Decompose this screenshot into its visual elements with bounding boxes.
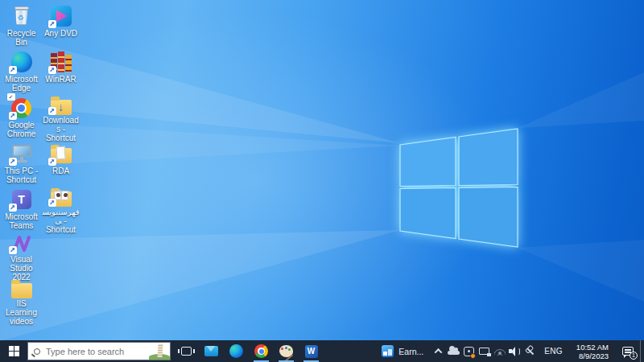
- word-icon: W: [305, 345, 318, 358]
- icon-label: Visual Studio 2022: [2, 255, 41, 282]
- edge-button[interactable]: [224, 340, 249, 362]
- show-desktop-button[interactable]: [640, 340, 644, 362]
- hidden-icons-button[interactable]: [431, 340, 446, 362]
- action-center-button[interactable]: 1: [616, 340, 640, 362]
- desktop-icon-recycle-bin[interactable]: ♻ Recycle Bin: [2, 4, 41, 50]
- shortcut-arrow-icon: ➚: [48, 20, 56, 28]
- language-indicator[interactable]: ENG: [538, 347, 569, 356]
- desktop-icon-iis-learning-videos[interactable]: IIS Learning videos: [2, 279, 41, 325]
- usb-tray-button[interactable]: [522, 340, 538, 362]
- desktop-screen: ♻ Recycle Bin ➚ Any DVD ➚ Microsoft Edge…: [0, 0, 644, 362]
- chrome-button[interactable]: [249, 340, 274, 362]
- onedrive-tray-button[interactable]: [446, 340, 461, 362]
- desktop-icon-rda[interactable]: ➚ RDA: [41, 142, 80, 187]
- icon-label: RDA: [52, 167, 69, 175]
- news-headline: Earn...: [398, 347, 423, 356]
- icon-label: This PC - Shortcut: [2, 167, 41, 184]
- shortcut-arrow-icon: ➚: [48, 107, 56, 115]
- check-overlay-icon: ✓: [7, 93, 15, 101]
- icon-label: Microsoft Edge: [2, 75, 41, 93]
- search-highlight-tower-icon: [149, 342, 170, 360]
- desktop-icon-anydvd[interactable]: ➚ Any DVD: [41, 4, 80, 50]
- shortcut-arrow-icon: ➚: [9, 158, 17, 166]
- chevron-up-icon: [435, 348, 443, 356]
- taskbar: W Earn...: [0, 340, 644, 362]
- volume-tray-button[interactable]: [507, 340, 522, 362]
- news-and-interests-widget[interactable]: Earn...: [374, 340, 431, 362]
- shortcut-arrow-icon: ➚: [9, 246, 17, 254]
- icon-label: Downloads - Shortcut: [41, 116, 80, 142]
- desktop-icon-grid: ♻ Recycle Bin ➚ Any DVD ➚ Microsoft Edge…: [2, 4, 80, 325]
- chrome-icon: [254, 344, 268, 358]
- start-button[interactable]: [0, 340, 27, 362]
- desktop-icon-this-pc-shortcut[interactable]: ➚ This PC - Shortcut: [2, 142, 41, 187]
- icon-label: IIS Learning videos: [2, 299, 41, 326]
- clock-time: 10:52 AM: [576, 343, 609, 352]
- wifi-icon: [494, 347, 506, 356]
- icon-label: WinRAR: [45, 75, 76, 84]
- clock-date: 8/9/2023: [579, 352, 609, 360]
- desktop-icon-google-chrome[interactable]: ✓ ➚ Google Chrome: [2, 96, 41, 142]
- mail-icon: [204, 346, 218, 356]
- recycle-bin-icon: ♻: [14, 6, 30, 26]
- desktop-icon-winrar[interactable]: ➚ WinRAR: [41, 50, 80, 96]
- taskbar-app-icons: W: [174, 340, 324, 362]
- search-input[interactable]: [46, 347, 149, 356]
- speaker-icon: [509, 347, 521, 356]
- meet-now-tray-button[interactable]: [461, 340, 477, 362]
- cloud-icon: [448, 348, 460, 355]
- safely-remove-hardware-icon: [479, 348, 489, 355]
- icon-label: Google Chrome: [2, 121, 41, 138]
- icon-label: فهرستنویسی - Shortcut: [41, 208, 80, 234]
- task-view-icon: [181, 347, 192, 356]
- shortcut-arrow-icon: ➚: [9, 204, 17, 212]
- hardware-tray-button[interactable]: [477, 340, 492, 362]
- desktop-icon-fehrestnevisi-shortcut[interactable]: ➚ فهرستنویسی - Shortcut: [41, 187, 80, 233]
- wallpaper-light-rays: [0, 0, 644, 362]
- system-tray: Earn... ENG: [374, 340, 644, 362]
- notification-dot: [470, 353, 476, 359]
- network-tray-button[interactable]: [492, 340, 507, 362]
- task-view-button[interactable]: [174, 340, 199, 362]
- edge-icon: [229, 344, 243, 358]
- word-button[interactable]: W: [299, 340, 324, 362]
- usb-connector-icon: [523, 344, 537, 358]
- icon-label: Microsoft Teams: [2, 212, 41, 230]
- search-icon: [34, 348, 40, 355]
- desktop-icon-visual-studio-2022[interactable]: ➚ Visual Studio 2022: [2, 233, 41, 279]
- taskbar-clock[interactable]: 10:52 AM 8/9/2023: [569, 343, 616, 360]
- windows-logo: [400, 129, 518, 247]
- desktop-icon-microsoft-edge[interactable]: ➚ Microsoft Edge: [2, 50, 41, 96]
- desktop-icon-downloads-shortcut[interactable]: ↓ ➚ Downloads - Shortcut: [41, 96, 80, 142]
- windows-start-icon: [9, 346, 19, 356]
- shortcut-arrow-icon: ➚: [48, 66, 56, 74]
- paint-button[interactable]: [274, 340, 299, 362]
- desktop-icon-microsoft-teams[interactable]: T ➚ Microsoft Teams: [2, 187, 41, 233]
- taskbar-search[interactable]: [27, 342, 171, 360]
- shortcut-arrow-icon: ➚: [9, 112, 17, 120]
- icon-label: Any DVD: [44, 29, 77, 38]
- icon-label: Recycle Bin: [2, 29, 41, 47]
- folder-icon: [11, 283, 32, 298]
- shortcut-arrow-icon: ➚: [48, 158, 56, 166]
- shortcut-arrow-icon: ➚: [9, 66, 17, 74]
- shortcut-arrow-icon: ➚: [48, 199, 56, 207]
- notification-count-badge: 1: [630, 352, 638, 360]
- paint-icon: [279, 345, 293, 357]
- news-icon: [382, 345, 394, 357]
- mail-button[interactable]: [199, 340, 224, 362]
